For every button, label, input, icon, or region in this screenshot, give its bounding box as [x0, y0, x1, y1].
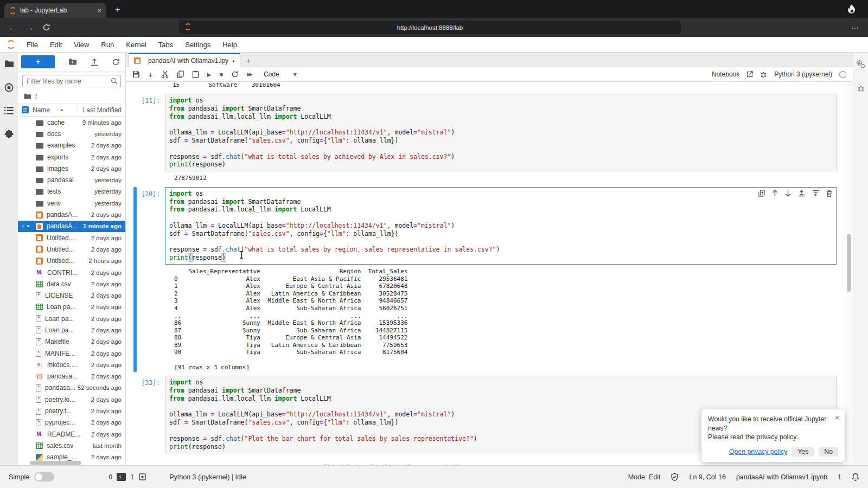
notebook-tab[interactable]: pandasAI with Ollamav1.ipy ●	[129, 53, 240, 67]
file-row[interactable]: pandasa...52 seconds ago	[18, 382, 125, 394]
file-row[interactable]: venvyesterday	[18, 197, 125, 209]
file-row[interactable]: poetry.lo...2 days ago	[18, 394, 125, 405]
menu-settings[interactable]: Settings	[179, 41, 216, 49]
delete-cell-icon[interactable]	[826, 190, 832, 197]
file-row[interactable]: Untitled....2 days ago	[18, 232, 125, 243]
kernel-status-icon[interactable]	[839, 71, 846, 78]
restart-run-all-icon[interactable]: ▶▶	[247, 72, 251, 77]
file-row[interactable]: Loan pa...2 days ago	[18, 301, 125, 313]
filter-files-input[interactable]	[27, 78, 111, 85]
notebook-scrollbar-thumb[interactable]	[847, 234, 851, 292]
file-row[interactable]: data.csv2 days ago	[18, 278, 125, 290]
insert-cell-above-icon[interactable]	[798, 190, 805, 197]
table-of-contents-icon[interactable]	[4, 107, 14, 114]
file-browser-icon[interactable]	[4, 60, 14, 68]
move-cell-up-icon[interactable]	[772, 190, 778, 197]
notebook-scrollbar[interactable]	[845, 82, 853, 465]
no-button[interactable]: No	[819, 447, 838, 457]
browser-menu-icon[interactable]: ⋯	[851, 23, 859, 32]
simple-mode-toggle[interactable]	[34, 472, 54, 481]
file-row[interactable]: Untitled...2 days ago	[18, 243, 125, 255]
menu-help[interactable]: Help	[216, 41, 243, 49]
file-row[interactable]: Makefile2 days ago	[18, 336, 125, 348]
file-row[interactable]: M↓CONTRI...2 days ago	[18, 267, 125, 278]
cursor-position[interactable]: Ln 9, Col 16	[689, 473, 725, 481]
file-row[interactable]: pyprojec...2 days ago	[18, 417, 125, 428]
file-row[interactable]: exports2 days ago	[18, 151, 125, 163]
modified-column-header[interactable]: Last Modified	[78, 106, 122, 114]
menu-kernel[interactable]: Kernel	[120, 41, 152, 49]
menu-tabs[interactable]: Tabs	[152, 41, 179, 49]
new-launcher-button[interactable]: +	[21, 55, 55, 68]
file-row[interactable]: M↓README...2 days ago	[18, 428, 125, 440]
copy-cells-icon[interactable]	[177, 70, 184, 78]
debugger-icon[interactable]	[760, 71, 767, 78]
cell-type-dropdown[interactable]: Code ▾	[264, 70, 297, 78]
duplicate-cell-icon[interactable]	[758, 190, 765, 197]
menu-run[interactable]: Run	[95, 41, 120, 49]
code-editor[interactable]: import osfrom pandasai import SmartDataf…	[165, 94, 837, 171]
file-row[interactable]: examples2 days ago	[18, 140, 125, 151]
browser-tab[interactable]: lab - JupyterLab ×	[4, 3, 106, 18]
select-all-checkbox-icon[interactable]	[22, 106, 29, 113]
breadcrumb[interactable]: /	[18, 89, 125, 103]
run-cell-icon[interactable]: ▶	[207, 72, 212, 78]
code-cell[interactable]: [11]:import osfrom pandasai import Smart…	[126, 94, 853, 183]
paste-cells-icon[interactable]	[192, 70, 199, 78]
name-column-header[interactable]: Name	[33, 106, 50, 114]
file-row[interactable]: {:}pandasa...2 days ago	[18, 371, 125, 382]
file-row[interactable]: docsyesterday	[18, 128, 125, 139]
interrupt-kernel-icon[interactable]: ■	[219, 71, 223, 78]
new-document-tab-button[interactable]: +	[240, 56, 257, 67]
notebook-kernel-link-label[interactable]: Notebook	[712, 70, 739, 78]
file-row[interactable]: Y:mkdocs....2 days ago	[18, 359, 125, 370]
file-row[interactable]: poetry.t...2 days ago	[18, 405, 125, 416]
external-link-icon[interactable]	[746, 71, 753, 78]
file-row[interactable]: Loan pa...2 days ago	[18, 324, 125, 336]
code-editor[interactable]: import osfrom pandasai import SmartDataf…	[165, 187, 837, 265]
insert-cell-below-icon[interactable]	[812, 190, 819, 197]
menu-edit[interactable]: Edit	[44, 41, 68, 49]
menu-view[interactable]: View	[68, 41, 95, 49]
file-row[interactable]: testsyesterday	[18, 186, 125, 197]
file-row[interactable]: sales.csvlast month	[18, 440, 125, 451]
active-filename[interactable]: pandasAI with Ollamav1.ipynb	[736, 473, 827, 481]
mode-indicator[interactable]: Mode: Edit	[628, 473, 661, 481]
breadcrumb-root[interactable]: /	[35, 93, 37, 100]
file-row[interactable]: MANIFE...2 days ago	[18, 348, 125, 359]
cut-cells-icon[interactable]	[161, 70, 169, 78]
file-row[interactable]: ✓●pandasA...1 minute ago	[18, 221, 125, 232]
running-kernels-icon[interactable]	[4, 83, 14, 92]
property-inspector-icon[interactable]	[856, 60, 865, 68]
file-row[interactable]: pandasA...2 days ago	[18, 209, 125, 220]
file-row[interactable]: Untitled...2 hours ago	[18, 255, 125, 267]
filter-files-box[interactable]	[22, 75, 121, 87]
bell-icon[interactable]	[852, 473, 859, 481]
yes-button[interactable]: Yes	[792, 447, 814, 457]
file-row[interactable]: LICENSE2 days ago	[18, 290, 125, 301]
refresh-file-list-icon[interactable]	[112, 58, 120, 66]
file-row[interactable]: Loan pa...2 days ago	[18, 313, 125, 324]
save-icon[interactable]	[132, 70, 140, 78]
restart-kernel-icon[interactable]	[231, 70, 239, 78]
insert-cell-icon[interactable]: +	[148, 70, 153, 79]
popup-close-icon[interactable]: ×	[835, 414, 839, 422]
tab-close-icon[interactable]: ×	[97, 7, 101, 15]
sort-ascending-icon[interactable]: ▲	[60, 107, 64, 112]
file-row[interactable]: images2 days ago	[18, 163, 125, 174]
session-counts[interactable]: 0 $_ 1	[108, 473, 146, 481]
reload-icon[interactable]	[42, 23, 50, 31]
file-row[interactable]: pandasaiyesterday	[18, 174, 125, 185]
extension-manager-icon[interactable]	[4, 129, 14, 138]
back-icon[interactable]: ←	[9, 23, 17, 32]
upload-icon[interactable]	[91, 58, 98, 66]
forward-icon[interactable]: →	[25, 23, 34, 32]
move-cell-down-icon[interactable]	[785, 190, 791, 197]
open-privacy-policy-link[interactable]: Open privacy policy	[729, 448, 787, 455]
file-row[interactable]: cache9 minutes ago	[18, 117, 125, 128]
horizontal-scrollbar-thumb[interactable]	[30, 461, 81, 465]
code-cell[interactable]: [20]:import osfrom pandasai import Smart…	[126, 187, 853, 372]
menu-file[interactable]: File	[21, 41, 44, 49]
new-tab-button[interactable]: +	[115, 4, 120, 15]
kernel-name-label[interactable]: Python 3 (ipykernel)	[774, 70, 832, 78]
